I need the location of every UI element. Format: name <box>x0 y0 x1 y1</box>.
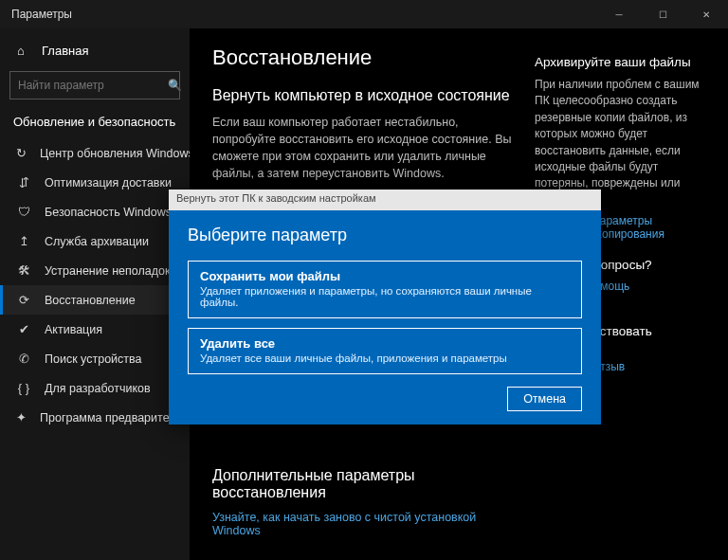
dialog-heading: Выберите параметр <box>188 226 582 245</box>
nav-label: Активация <box>45 323 102 336</box>
window-controls: ─ ☐ ✕ <box>597 0 728 28</box>
recovery-icon: ⟳ <box>16 293 31 307</box>
wrench-icon: 🛠 <box>16 263 31 278</box>
home-label: Главная <box>42 44 88 58</box>
option-desc: Удаляет приложения и параметры, но сохра… <box>200 285 570 308</box>
nav-label: Служба архивации <box>45 235 149 248</box>
reset-dialog: Вернуть этот ПК к заводским настройкам В… <box>169 190 601 425</box>
nav-windows-security[interactable]: 🛡 Безопасность Windows <box>0 197 190 226</box>
insider-icon: ✦ <box>16 410 27 425</box>
nav-label: Устранение неполадок <box>45 264 170 278</box>
nav-label: Поиск устройства <box>45 352 142 366</box>
nav-backup[interactable]: ↥ Служба архивации <box>0 226 190 256</box>
option-desc: Удаляет все ваши личные файлы, приложени… <box>200 352 570 364</box>
search-input[interactable] <box>10 79 168 92</box>
nav-label: Программа предварительной оценки Windows <box>40 411 190 425</box>
backup-icon: ↥ <box>16 234 31 248</box>
nav-label: Безопасность Windows <box>45 206 172 219</box>
dialog-footer: Отмена <box>507 387 582 411</box>
nav-insider-program[interactable]: ✦ Программа предварительной оценки Windo… <box>0 403 190 432</box>
section-header: Обновление и безопасность <box>0 109 190 138</box>
search-wrap: 🔍 <box>9 71 180 99</box>
update-icon: ↻ <box>16 146 27 160</box>
nav-label: Для разработчиков <box>45 382 151 395</box>
option-keep-files[interactable]: Сохранить мои файлы Удаляет приложения и… <box>188 261 582 318</box>
minimize-button[interactable]: ─ <box>597 0 641 28</box>
clean-install-link[interactable]: Узнайте, как начать заново с чистой уста… <box>212 511 512 537</box>
code-icon: { } <box>16 381 31 395</box>
nav-label: Центр обновления Windows <box>40 147 190 160</box>
nav-for-developers[interactable]: { } Для разработчиков <box>0 373 190 403</box>
nav-label: Восстановление <box>45 294 136 307</box>
maximize-button[interactable]: ☐ <box>641 0 684 28</box>
sidebar: ⌂ Главная 🔍 Обновление и безопасность ↻ … <box>0 28 190 560</box>
page-title: Восстановление <box>212 45 512 70</box>
window-title: Параметры <box>0 8 597 21</box>
reset-heading: Вернуть компьютер в исходное состояние <box>212 87 512 104</box>
search-icon: 🔍 <box>168 79 182 92</box>
nav-delivery-optimization[interactable]: ⇵ Оптимизация доставки <box>0 168 190 197</box>
more-options-heading: Дополнительные параметры восстановления <box>212 467 512 501</box>
find-device-icon: ✆ <box>16 352 31 366</box>
nav-activation[interactable]: ✔ Активация <box>0 315 190 344</box>
nav-find-device[interactable]: ✆ Поиск устройства <box>0 344 190 373</box>
option-title: Удалить все <box>200 336 570 351</box>
shield-icon: 🛡 <box>16 205 31 219</box>
close-button[interactable]: ✕ <box>684 0 728 28</box>
delivery-icon: ⇵ <box>16 175 31 190</box>
titlebar: Параметры ─ ☐ ✕ <box>0 0 728 28</box>
home-icon: ⌂ <box>13 44 28 58</box>
option-title: Сохранить мои файлы <box>200 269 570 283</box>
nav-troubleshoot[interactable]: 🛠 Устранение неполадок <box>0 256 190 285</box>
nav-windows-update[interactable]: ↻ Центр обновления Windows <box>0 138 190 168</box>
option-remove-everything[interactable]: Удалить все Удаляет все ваши личные файл… <box>188 328 582 374</box>
cancel-button[interactable]: Отмена <box>507 387 582 411</box>
backup-heading: Архивируйте ваши файлы <box>535 55 705 69</box>
dialog-body: Выберите параметр Сохранить мои файлы Уд… <box>169 210 601 399</box>
reset-description: Если ваш компьютер работает нестабильно,… <box>212 114 512 183</box>
home-link[interactable]: ⌂ Главная <box>0 38 190 63</box>
nav-label: Оптимизация доставки <box>45 176 172 190</box>
dialog-titlebar: Вернуть этот ПК к заводским настройкам <box>169 190 601 210</box>
nav-recovery[interactable]: ⟳ Восстановление <box>0 285 190 315</box>
search-box[interactable]: 🔍 <box>9 71 180 99</box>
activation-icon: ✔ <box>16 322 31 336</box>
